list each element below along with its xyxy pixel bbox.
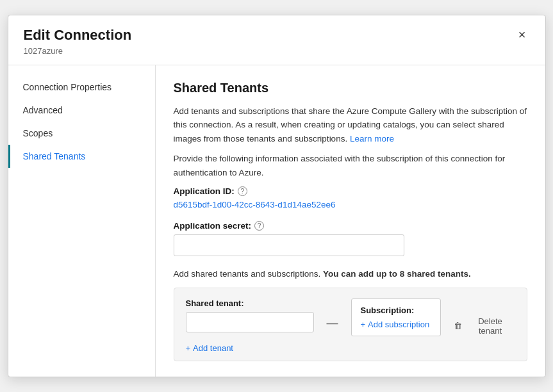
app-secret-help-icon[interactable]: ? [254,221,264,231]
plus-icon: + [361,320,366,329]
learn-more-link[interactable]: Learn more [350,134,394,143]
sidebar: Connection Properties Advanced Scopes Sh… [8,65,156,377]
plus-add-icon: + [186,343,191,353]
shared-tenant-input[interactable] [186,312,314,332]
trash-icon: 🗑 [454,321,462,331]
app-id-field: Application ID: ? d5615bdf-1d00-42cc-864… [174,186,527,209]
add-tenant-row: + Add tenant [186,343,515,353]
tenant-row: Shared tenant: — Subscription: + Add sub… [186,298,515,336]
app-id-help-icon[interactable]: ? [238,186,247,196]
tenant-card: Shared tenant: — Subscription: + Add sub… [174,288,527,361]
section-title: Shared Tenants [174,81,527,95]
connector-line: — [327,316,338,330]
add-subscription-button[interactable]: + Add subscription [361,320,430,329]
modal-title-group: Edit Connection 1027azure [24,27,132,55]
add-tenants-label: Add shared tenants and subscriptions. Yo… [174,269,527,279]
main-content: Shared Tenants Add tenants and subscript… [156,65,545,377]
subscription-box: Subscription: + Add subscription [351,298,441,336]
description-2: Provide the following information associ… [174,152,527,179]
app-secret-label: Application secret: ? [174,221,527,231]
modal-title: Edit Connection [24,27,132,44]
edit-connection-modal: Edit Connection 1027azure × Connection P… [8,15,546,377]
app-secret-field: Application secret: ? [174,221,527,256]
app-id-label: Application ID: ? [174,186,527,196]
delete-tenant-button[interactable]: 🗑 Delete tenant [454,316,515,336]
shared-tenant-label: Shared tenant: [186,298,314,308]
description-1: Add tenants and subscriptions that share… [174,104,527,146]
subscription-label: Subscription: [361,306,431,315]
sidebar-item-scopes[interactable]: Scopes [8,122,155,145]
sidebar-item-shared-tenants[interactable]: Shared Tenants [8,145,155,168]
close-button[interactable]: × [515,27,530,42]
sidebar-item-connection-properties[interactable]: Connection Properties [8,76,155,99]
modal-subtitle: 1027azure [24,46,132,56]
add-tenant-button[interactable]: + Add tenant [186,343,233,353]
shared-tenant-field: Shared tenant: [186,298,314,332]
add-tenants-section: Add shared tenants and subscriptions. Yo… [174,269,527,361]
modal-body: Connection Properties Advanced Scopes Sh… [8,65,545,377]
app-secret-input[interactable] [174,234,404,256]
app-id-value: d5615bdf-1d00-42cc-8643-d1d14ae52ee6 [174,200,527,209]
sidebar-item-advanced[interactable]: Advanced [8,99,155,122]
modal-header: Edit Connection 1027azure × [8,15,545,65]
